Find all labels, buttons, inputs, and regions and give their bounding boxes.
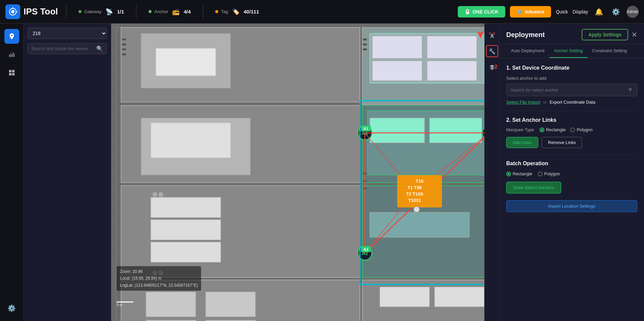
- marquee-rect-radio[interactable]: [540, 128, 544, 132]
- tag-stat: Tag 🏷️ 40/111: [211, 8, 263, 15]
- gateway-dot: [78, 10, 82, 13]
- local-value: (18.66, 26.84) m: [132, 276, 161, 281]
- floor-dropdown[interactable]: 218: [28, 28, 107, 39]
- divider-1: [66, 5, 66, 19]
- gateway-count: 1/1: [117, 9, 124, 14]
- tab-auto-deployment[interactable]: Auto Deployment: [506, 44, 549, 58]
- gateway-label: Gateway: [84, 9, 101, 14]
- scale-bar-container: 3 m: [117, 301, 133, 307]
- tab-constraint-setting[interactable]: Constraint Setting: [587, 44, 632, 58]
- scissors-button[interactable]: ✂️: [486, 29, 498, 41]
- import-location-button[interactable]: Import Location Settings: [506, 200, 637, 212]
- anchor-search-input[interactable]: [507, 84, 623, 96]
- divider-section1-2: [506, 111, 637, 111]
- floor-select-container: 218: [28, 28, 107, 39]
- quick-button[interactable]: Quick: [556, 9, 568, 14]
- layers-icon: [489, 64, 495, 70]
- zoom-value: 20.96: [132, 269, 142, 274]
- scale-bar-line: [117, 301, 133, 302]
- svg-rect-18: [151, 123, 230, 157]
- app-logo: IPS Tool: [5, 4, 58, 19]
- select-file-import-link[interactable]: Select File Import: [506, 100, 540, 105]
- remove-links-button[interactable]: Remove Links: [542, 137, 582, 148]
- map-canvas[interactable]: A1 A2 A3 T15 T1 T98 T2 T1S5 T1: [111, 24, 499, 321]
- wrench-button[interactable]: 🔧: [486, 45, 498, 57]
- svg-point-23: [153, 192, 158, 197]
- svg-rect-20: [151, 198, 221, 217]
- marquee-poly-radio[interactable]: [570, 128, 575, 132]
- tag-icon: 🏷️: [232, 8, 239, 15]
- tag-label: Tag: [221, 9, 228, 14]
- svg-rect-37: [427, 61, 477, 81]
- anchor-icon: 📻: [172, 8, 180, 15]
- batch-poly-option[interactable]: Polygon: [538, 171, 560, 176]
- sidebar-chart-button[interactable]: [4, 47, 19, 62]
- export-coordinate-link[interactable]: Export Coordinate Data: [550, 100, 595, 105]
- anchor-search-container: ▼: [506, 83, 637, 96]
- svg-rect-36: [372, 61, 422, 81]
- svg-rect-50: [363, 43, 367, 45]
- marquee-poly-option[interactable]: Polygon: [570, 127, 592, 132]
- svg-rect-40: [370, 118, 424, 143]
- svg-point-1: [11, 10, 14, 13]
- svg-rect-45: [380, 287, 430, 307]
- svg-rect-30: [206, 292, 256, 317]
- svg-point-24: [158, 192, 163, 197]
- chart-icon: [8, 51, 15, 58]
- sidebar-map-button[interactable]: [4, 29, 19, 44]
- svg-rect-12: [122, 38, 126, 40]
- app-title: IPS Tool: [24, 6, 58, 17]
- svg-rect-49: [363, 38, 367, 40]
- close-panel-button[interactable]: ✕: [632, 31, 637, 39]
- avatar: Admin: [626, 6, 639, 18]
- local-line: Local: (18.66, 26.84) m: [120, 275, 198, 282]
- cursor-icon: 🖱️: [464, 9, 470, 14]
- draw-select-anchors-button[interactable]: Draw Select Anchors: [506, 182, 561, 193]
- svg-text:A2: A2: [363, 247, 369, 252]
- settings-icon: ⚙️: [517, 9, 522, 14]
- panel-header: Deployment Apply Settings ✕: [500, 24, 644, 44]
- anchor-stat: Anchor 📻 4/4: [144, 8, 195, 15]
- batch-poly-label: Polygon: [544, 171, 560, 176]
- device-search-input[interactable]: [31, 46, 94, 51]
- marquee-rect-option[interactable]: Rectangle: [540, 127, 566, 132]
- apply-settings-button[interactable]: Apply Settings: [582, 29, 628, 40]
- anchor-select-label: Select anchor to add: [506, 76, 637, 81]
- device-search-box: 🔍: [28, 43, 107, 54]
- gear-button[interactable]: ⚙️: [610, 6, 622, 18]
- svg-rect-51: [363, 48, 367, 50]
- display-button[interactable]: Display: [573, 9, 588, 14]
- sidebar-floor-button[interactable]: [4, 65, 19, 80]
- sidebar-settings-button[interactable]: ⚙️: [4, 301, 19, 316]
- svg-rect-14: [122, 48, 126, 50]
- icon-strip: ✂️ 🔧 2: [484, 24, 499, 321]
- bell-button[interactable]: 🔔: [593, 6, 605, 18]
- add-links-button[interactable]: Add Links: [506, 137, 538, 148]
- svg-rect-11: [156, 48, 216, 76]
- section1-title: 1. Set Device Coordinate: [506, 65, 637, 71]
- dropdown-arrow-icon[interactable]: ▼: [623, 84, 637, 96]
- anchor-count: 4/4: [184, 9, 191, 14]
- advance-button[interactable]: ⚙️ Advance: [510, 6, 551, 17]
- svg-rect-22: [151, 242, 221, 262]
- number-badge: 2: [494, 64, 497, 70]
- map-icon: [8, 33, 15, 40]
- right-panel: Deployment Apply Settings ✕ Auto Deploym…: [499, 24, 644, 321]
- svg-rect-34: [372, 36, 422, 58]
- zoom-info: Zoom: 20.96 Local: (18.66, 26.84) m LngL…: [117, 266, 201, 291]
- batch-poly-radio[interactable]: [538, 172, 543, 176]
- sidebar-bottom: ⚙️: [4, 301, 19, 316]
- nav-actions: 🖱️ ONE CLICK ⚙️ Advance Quick Display 🔔 …: [458, 6, 639, 18]
- svg-text:T1  T98: T1 T98: [408, 185, 422, 190]
- lnglat-line: LngLat: (113.94805217°N, 22.54567167°E): [120, 282, 198, 289]
- batch-rect-radio[interactable]: [506, 172, 511, 176]
- tab-anchor-setting[interactable]: Anchor Setting: [549, 44, 587, 58]
- batch-rect-option[interactable]: Rectangle: [506, 171, 533, 176]
- lnglat-label: LngLat:: [120, 283, 133, 288]
- logo-svg: [8, 7, 18, 16]
- one-click-button[interactable]: 🖱️ ONE CLICK: [458, 6, 505, 17]
- content-area: 218 🔍: [24, 24, 644, 321]
- batch-title: Batch Operation: [506, 160, 637, 167]
- svg-text:T15: T15: [416, 179, 423, 184]
- svg-text:T1031: T1031: [408, 198, 421, 203]
